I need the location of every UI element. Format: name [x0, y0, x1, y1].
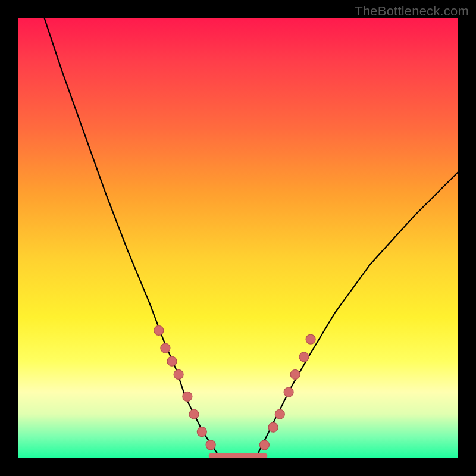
- highlight-dot: [259, 440, 269, 450]
- highlight-dot: [174, 369, 183, 379]
- curve-layer: [18, 18, 458, 458]
- highlight-dot: [268, 422, 278, 432]
- left-curve: [44, 18, 220, 458]
- highlight-dot: [167, 356, 177, 366]
- highlight-dot: [284, 387, 293, 397]
- highlight-dot: [306, 334, 315, 344]
- right-curve: [256, 172, 458, 458]
- highlight-dot: [290, 369, 300, 379]
- watermark-text: TheBottleneck.com: [355, 4, 469, 19]
- highlight-dot: [183, 392, 192, 401]
- highlight-dot: [154, 325, 164, 335]
- highlight-dot: [206, 440, 215, 450]
- stage: TheBottleneck.com: [0, 0, 476, 476]
- highlight-dot: [189, 409, 199, 419]
- highlight-dot: [197, 427, 206, 437]
- gradient-plot: [18, 18, 458, 458]
- highlight-dot: [161, 343, 170, 353]
- highlight-dot: [299, 352, 309, 362]
- highlight-dot: [275, 409, 284, 419]
- highlight-dots: [154, 325, 315, 449]
